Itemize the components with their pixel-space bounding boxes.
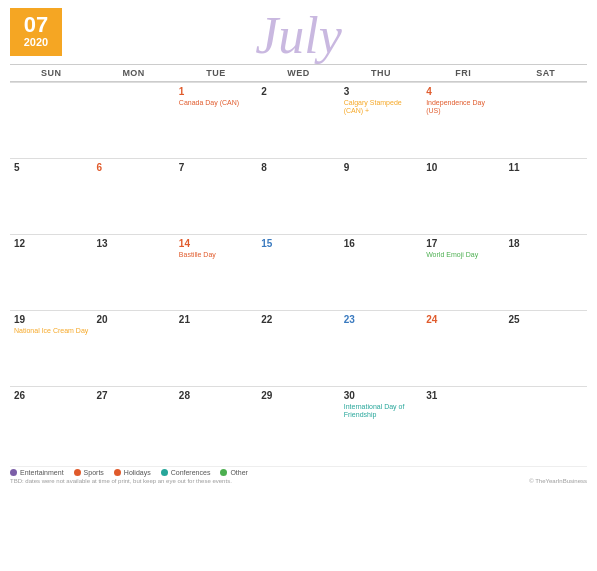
legend-item: Conferences [161, 469, 211, 476]
day-cell: 16 [340, 234, 422, 310]
day-cell: 4Independence Day (US) [422, 82, 504, 158]
day-cell: 7 [175, 158, 257, 234]
day-number: 10 [426, 162, 500, 174]
day-number: 18 [509, 238, 583, 250]
event-label: National Ice Cream Day [14, 327, 88, 335]
day-header: FRI [422, 65, 504, 81]
legend-item: Holidays [114, 469, 151, 476]
header-area: 07 2020 July [10, 8, 587, 62]
day-number: 30 [344, 390, 418, 402]
legend-item: Other [220, 469, 248, 476]
day-cell: 14Bastille Day [175, 234, 257, 310]
legend-label: Conferences [171, 469, 211, 476]
day-cell: 1Canada Day (CAN) [175, 82, 257, 158]
day-number: 26 [14, 390, 88, 402]
day-cell: 18 [505, 234, 587, 310]
day-cell: 6 [92, 158, 174, 234]
day-cell: 22 [257, 310, 339, 386]
day-header: THU [340, 65, 422, 81]
footer-credit: © TheYearInBusiness [529, 478, 587, 484]
day-cell: 3Calgary Stampede (CAN) + [340, 82, 422, 158]
day-cell: 30International Day of Friendship [340, 386, 422, 462]
day-number: 13 [96, 238, 170, 250]
day-number: 6 [96, 162, 170, 174]
day-headers: SUNMONTUEWEDTHUFRISAT [10, 64, 587, 82]
legend-label: Other [230, 469, 248, 476]
day-number: 19 [14, 314, 88, 326]
badge-year: 2020 [24, 36, 48, 49]
event-label: Independence Day (US) [426, 99, 500, 116]
day-number: 25 [509, 314, 583, 326]
day-number: 21 [179, 314, 253, 326]
day-number: 23 [344, 314, 418, 326]
day-header: TUE [175, 65, 257, 81]
day-cell: 5 [10, 158, 92, 234]
event-label: Canada Day (CAN) [179, 99, 253, 107]
day-cell [505, 82, 587, 158]
day-cell [92, 82, 174, 158]
legend-item: Entertainment [10, 469, 64, 476]
day-cell: 27 [92, 386, 174, 462]
event-label: International Day of Friendship [344, 403, 418, 420]
day-number: 5 [14, 162, 88, 174]
day-cell: 11 [505, 158, 587, 234]
day-cell: 12 [10, 234, 92, 310]
legend-label: Holidays [124, 469, 151, 476]
day-number: 15 [261, 238, 335, 250]
day-number: 17 [426, 238, 500, 250]
event-label: World Emoji Day [426, 251, 500, 259]
day-cell: 29 [257, 386, 339, 462]
legend-dot [74, 469, 81, 476]
month-badge: 07 2020 [10, 8, 62, 56]
day-cell: 17World Emoji Day [422, 234, 504, 310]
day-cell: 31 [422, 386, 504, 462]
event-label: Bastille Day [179, 251, 253, 259]
day-number: 8 [261, 162, 335, 174]
legend: EntertainmentSportsHolidaysConferencesOt… [10, 466, 587, 476]
day-cell: 21 [175, 310, 257, 386]
badge-month: 07 [24, 14, 48, 36]
day-number: 11 [509, 162, 583, 174]
day-header: SUN [10, 65, 92, 81]
day-cell: 19National Ice Cream Day [10, 310, 92, 386]
day-cell [505, 386, 587, 462]
legend-dot [10, 469, 17, 476]
legend-label: Sports [84, 469, 104, 476]
day-cell: 20 [92, 310, 174, 386]
legend-dot [114, 469, 121, 476]
day-cell: 23 [340, 310, 422, 386]
day-number: 29 [261, 390, 335, 402]
day-cell: 26 [10, 386, 92, 462]
day-number: 31 [426, 390, 500, 402]
day-number: 9 [344, 162, 418, 174]
day-cell: 8 [257, 158, 339, 234]
day-cell: 2 [257, 82, 339, 158]
calendar: 07 2020 July SUNMONTUEWEDTHUFRISAT 1Cana… [0, 0, 597, 571]
legend-label: Entertainment [20, 469, 64, 476]
day-number: 20 [96, 314, 170, 326]
footer-row: TBD: dates were not available at time of… [10, 476, 587, 484]
day-cell [10, 82, 92, 158]
event-label: Calgary Stampede (CAN) + [344, 99, 418, 116]
day-header: WED [257, 65, 339, 81]
calendar-grid: 1Canada Day (CAN)23Calgary Stampede (CAN… [10, 82, 587, 462]
day-number: 14 [179, 238, 253, 250]
day-number: 28 [179, 390, 253, 402]
day-cell: 25 [505, 310, 587, 386]
day-number: 1 [179, 86, 253, 98]
day-number: 4 [426, 86, 500, 98]
footer-note: TBD: dates were not available at time of… [10, 478, 232, 484]
day-number: 27 [96, 390, 170, 402]
day-cell: 13 [92, 234, 174, 310]
day-number: 7 [179, 162, 253, 174]
day-number: 12 [14, 238, 88, 250]
day-number: 22 [261, 314, 335, 326]
day-cell: 24 [422, 310, 504, 386]
legend-dot [220, 469, 227, 476]
day-number: 24 [426, 314, 500, 326]
day-header: MON [92, 65, 174, 81]
day-cell: 28 [175, 386, 257, 462]
day-cell: 15 [257, 234, 339, 310]
day-header: SAT [505, 65, 587, 81]
day-cell: 9 [340, 158, 422, 234]
